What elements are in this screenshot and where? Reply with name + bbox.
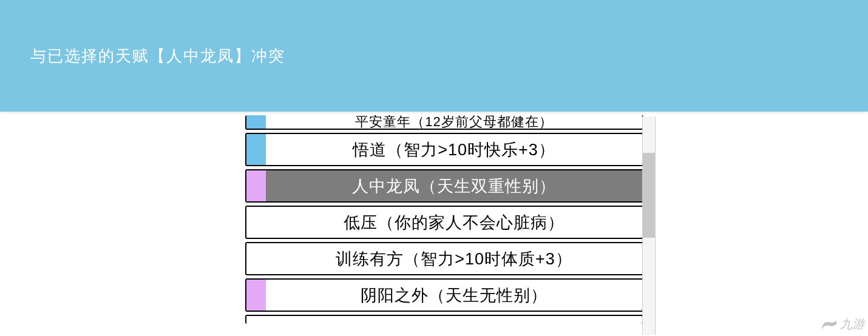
- conflict-banner: 与已选择的天赋【人中龙凤】冲突: [0, 0, 868, 112]
- rarity-tag: [246, 115, 266, 129]
- talent-label: 阴阳之外（天生无性别）: [266, 280, 642, 311]
- talent-row[interactable]: 悟道（智力>10时快乐+3）: [245, 133, 643, 166]
- scroll-thumb[interactable]: [643, 153, 655, 238]
- conflict-message: 与已选择的天赋【人中龙凤】冲突: [30, 45, 285, 67]
- talent-row[interactable]: 低压（你的家人不会心脏病）: [245, 206, 643, 239]
- scroll-track[interactable]: [642, 116, 656, 335]
- content-area: 平安童年（12岁前父母都健在） 悟道（智力>10时快乐+3） 人中龙凤（天生双重…: [0, 112, 868, 336]
- talent-label: [266, 316, 642, 324]
- rarity-tag: [246, 207, 266, 238]
- watermark: 九游: [821, 316, 864, 332]
- watermark-icon: [821, 318, 838, 331]
- talent-row[interactable]: 阴阳之外（天生无性别）: [245, 278, 643, 312]
- rarity-tag: [246, 134, 266, 165]
- talent-row[interactable]: 训练有方（智力>10时体质+3）: [245, 242, 643, 275]
- rarity-tag: [246, 280, 266, 311]
- talent-label: 平安童年（12岁前父母都健在）: [266, 115, 642, 129]
- rarity-tag: [246, 243, 266, 274]
- watermark-text: 九游: [840, 316, 864, 332]
- talent-label: 低压（你的家人不会心脏病）: [266, 207, 642, 238]
- rarity-tag: [246, 316, 266, 324]
- talent-row[interactable]: [245, 315, 643, 324]
- talent-label: 人中龙凤（天生双重性别）: [266, 170, 642, 201]
- rarity-tag: [246, 170, 266, 201]
- talent-row[interactable]: 人中龙凤（天生双重性别）: [245, 169, 643, 203]
- talent-label: 训练有方（智力>10时体质+3）: [266, 243, 642, 274]
- talent-row[interactable]: 平安童年（12岁前父母都健在）: [245, 115, 643, 130]
- talent-list: 平安童年（12岁前父母都健在） 悟道（智力>10时快乐+3） 人中龙凤（天生双重…: [245, 115, 643, 324]
- talent-label: 悟道（智力>10时快乐+3）: [266, 134, 642, 165]
